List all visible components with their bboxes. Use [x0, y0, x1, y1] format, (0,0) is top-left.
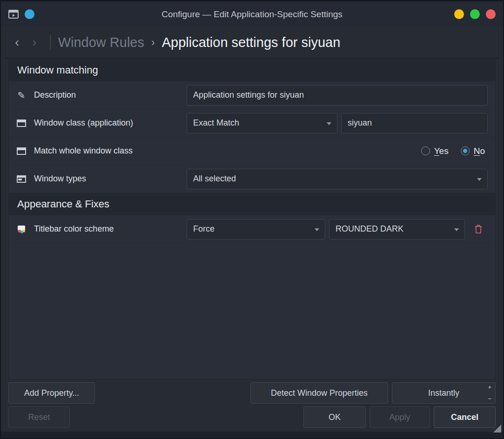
detect-window-properties-button[interactable]: Detect Window Properties: [250, 382, 388, 404]
maximize-button[interactable]: [470, 9, 480, 19]
section-appearance-fixes: Appearance & Fixes: [9, 193, 495, 215]
radio-yes-label: Yes: [434, 146, 449, 156]
match-mode-value: Exact Match: [193, 118, 239, 128]
delete-property-button[interactable]: [474, 224, 483, 234]
section-title: Appearance & Fixes: [17, 198, 109, 210]
radio-yes[interactable]: Yes: [421, 146, 449, 156]
row-label: Match whole window class: [16, 146, 187, 156]
titlebar[interactable]: Configure — Edit Application-Specific Se…: [1, 1, 503, 27]
radio-yes-circle[interactable]: [421, 146, 430, 155]
window-class-match-mode-dropdown[interactable]: Exact Match: [187, 113, 337, 133]
match-whole-radio-group: Yes No: [421, 146, 488, 156]
breadcrumb: ‹ › Window Rules › Application settings …: [5, 27, 499, 59]
window-types-label: Window types: [34, 174, 86, 184]
footer-spacer: [74, 406, 300, 428]
cancel-button[interactable]: Cancel: [434, 406, 496, 428]
window-class-label: Window class (application): [34, 118, 133, 128]
window-types-icon: [16, 175, 27, 183]
section-title: Window matching: [17, 64, 98, 76]
detection-delay-spinbox[interactable]: Instantly + −: [392, 382, 496, 404]
window-bottom-edge: [1, 432, 503, 438]
match-whole-class-label: Match whole window class: [34, 146, 133, 156]
minimize-button[interactable]: [454, 9, 464, 19]
spin-up-icon[interactable]: +: [488, 384, 491, 390]
titlebar-color-scheme-label: Titlebar color scheme: [34, 224, 114, 234]
apply-button[interactable]: Apply: [370, 406, 430, 428]
window-rules-app-icon: [8, 10, 19, 19]
radio-no-label: No: [474, 146, 485, 156]
detection-delay-value: Instantly: [428, 388, 459, 398]
row-window-types: Window types All selected: [9, 165, 495, 193]
color-mode-value: Force: [193, 224, 215, 234]
window-icon: [16, 120, 27, 127]
window-class-input[interactable]: siyuan: [341, 113, 488, 133]
row-label: Titlebar color scheme: [16, 224, 187, 234]
section-window-matching: Window matching: [9, 59, 495, 81]
titlebar-icons: [8, 9, 34, 19]
chevron-right-icon: ›: [151, 36, 155, 49]
pencil-icon: ✎: [16, 90, 27, 101]
app-dot-icon: [25, 9, 34, 19]
breadcrumb-parent[interactable]: Window Rules: [58, 35, 144, 50]
back-icon[interactable]: ‹: [15, 36, 19, 49]
window-types-dropdown[interactable]: All selected: [187, 169, 488, 189]
row-match-whole-class: Match whole window class Yes No: [9, 137, 495, 165]
row-label: ✎ Description: [16, 90, 187, 101]
titlebar-color-mode-dropdown[interactable]: Force: [187, 219, 325, 239]
breadcrumb-divider: [50, 35, 51, 50]
footer-row-2: Reset OK Apply Cancel: [8, 406, 496, 428]
color-scheme-icon: [16, 225, 27, 233]
window-types-value: All selected: [193, 174, 236, 184]
window-controls: [454, 9, 496, 19]
description-input[interactable]: Application settings for siyuan: [187, 85, 488, 106]
page-title: Application settings for siyuan: [162, 35, 341, 50]
row-description: ✎ Description Application settings for s…: [9, 81, 495, 109]
description-label: Description: [34, 90, 76, 100]
footer-row-1: Add Property... Detect Window Properties…: [8, 382, 496, 404]
row-window-class: Window class (application) Exact Match s…: [9, 109, 495, 137]
radio-no[interactable]: No: [461, 146, 485, 156]
panel-empty-space: [9, 243, 495, 379]
ok-button[interactable]: OK: [303, 406, 366, 428]
color-scheme-value: ROUNDED DARK: [336, 224, 403, 234]
radio-no-circle[interactable]: [461, 146, 470, 155]
rule-settings-panel: Window matching ✎ Description Applicatio…: [8, 59, 496, 379]
titlebar-color-scheme-dropdown[interactable]: ROUNDED DARK: [329, 219, 465, 239]
resize-grip[interactable]: [493, 425, 501, 432]
forward-icon[interactable]: ›: [32, 36, 36, 49]
window-icon: [16, 147, 27, 155]
row-label: Window class (application): [16, 118, 187, 128]
add-property-button[interactable]: Add Property...: [8, 382, 95, 404]
content-area: ‹ › Window Rules › Application settings …: [5, 27, 499, 428]
row-label: Window types: [16, 174, 187, 184]
footer-spacer: [99, 382, 247, 404]
reset-button[interactable]: Reset: [8, 406, 70, 428]
window-title: Configure — Edit Application-Specific Se…: [1, 9, 503, 20]
row-titlebar-color-scheme: Titlebar color scheme Force ROUNDED DARK: [9, 215, 495, 243]
configure-window: Configure — Edit Application-Specific Se…: [0, 0, 504, 439]
close-button[interactable]: [486, 9, 496, 19]
spin-down-icon[interactable]: −: [488, 396, 491, 402]
